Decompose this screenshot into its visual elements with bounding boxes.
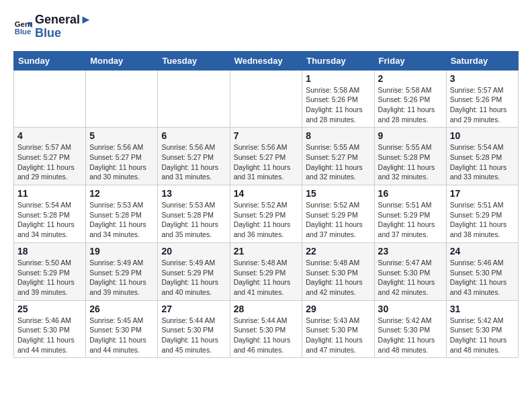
calendar-cell: 18Sunrise: 5:50 AM Sunset: 5:29 PM Dayli… [14, 242, 86, 300]
day-number: 4 [17, 130, 82, 141]
weekday-thursday: Thursday [302, 51, 374, 70]
day-info: Sunrise: 5:53 AM Sunset: 5:28 PM Dayligh… [161, 200, 226, 240]
day-info: Sunrise: 5:47 AM Sunset: 5:30 PM Dayligh… [378, 258, 443, 298]
calendar-cell: 1Sunrise: 5:58 AM Sunset: 5:26 PM Daylig… [302, 70, 374, 128]
calendar-cell: 15Sunrise: 5:52 AM Sunset: 5:29 PM Dayli… [302, 185, 374, 243]
day-info: Sunrise: 5:49 AM Sunset: 5:29 PM Dayligh… [161, 258, 226, 298]
calendar-cell: 31Sunrise: 5:42 AM Sunset: 5:30 PM Dayli… [446, 300, 518, 358]
calendar-cell: 11Sunrise: 5:54 AM Sunset: 5:28 PM Dayli… [14, 185, 86, 243]
calendar-cell: 24Sunrise: 5:46 AM Sunset: 5:30 PM Dayli… [446, 242, 518, 300]
day-number: 14 [234, 188, 299, 199]
calendar-cell: 10Sunrise: 5:54 AM Sunset: 5:28 PM Dayli… [446, 128, 518, 185]
day-number: 22 [306, 246, 370, 257]
calendar-week-4: 18Sunrise: 5:50 AM Sunset: 5:29 PM Dayli… [14, 242, 519, 300]
day-info: Sunrise: 5:57 AM Sunset: 5:27 PM Dayligh… [17, 142, 82, 182]
day-number: 9 [378, 130, 443, 141]
calendar-cell: 26Sunrise: 5:45 AM Sunset: 5:30 PM Dayli… [86, 300, 158, 358]
day-info: Sunrise: 5:46 AM Sunset: 5:30 PM Dayligh… [17, 316, 82, 355]
day-info: Sunrise: 5:52 AM Sunset: 5:29 PM Dayligh… [306, 200, 370, 240]
calendar-cell: 3Sunrise: 5:57 AM Sunset: 5:26 PM Daylig… [446, 70, 518, 128]
calendar-cell: 4Sunrise: 5:57 AM Sunset: 5:27 PM Daylig… [14, 128, 86, 185]
day-info: Sunrise: 5:56 AM Sunset: 5:27 PM Dayligh… [234, 142, 299, 182]
calendar-cell: 30Sunrise: 5:42 AM Sunset: 5:30 PM Dayli… [374, 300, 446, 358]
calendar-cell: 8Sunrise: 5:55 AM Sunset: 5:27 PM Daylig… [302, 128, 374, 185]
day-number: 29 [306, 304, 370, 314]
calendar-cell [230, 70, 302, 128]
weekday-tuesday: Tuesday [158, 51, 230, 70]
logo-line1: General► [35, 13, 92, 27]
day-number: 28 [234, 304, 299, 314]
calendar-cell: 25Sunrise: 5:46 AM Sunset: 5:30 PM Dayli… [14, 300, 86, 358]
day-number: 2 [378, 73, 443, 84]
day-info: Sunrise: 5:51 AM Sunset: 5:29 PM Dayligh… [450, 200, 515, 240]
day-number: 25 [17, 304, 82, 314]
calendar-cell: 12Sunrise: 5:53 AM Sunset: 5:28 PM Dayli… [86, 185, 158, 243]
day-number: 31 [450, 304, 515, 314]
svg-text:Blue: Blue [15, 27, 32, 35]
day-info: Sunrise: 5:54 AM Sunset: 5:28 PM Dayligh… [17, 200, 82, 240]
day-number: 5 [89, 130, 154, 141]
day-number: 21 [234, 246, 299, 257]
day-number: 8 [306, 130, 370, 141]
calendar-cell: 29Sunrise: 5:43 AM Sunset: 5:30 PM Dayli… [302, 300, 374, 358]
day-info: Sunrise: 5:45 AM Sunset: 5:30 PM Dayligh… [89, 316, 154, 355]
calendar-cell: 5Sunrise: 5:56 AM Sunset: 5:27 PM Daylig… [86, 128, 158, 185]
weekday-header-row: SundayMondayTuesdayWednesdayThursdayFrid… [14, 51, 519, 70]
day-number: 27 [161, 304, 226, 314]
day-number: 20 [161, 246, 226, 257]
day-info: Sunrise: 5:58 AM Sunset: 5:26 PM Dayligh… [306, 85, 370, 125]
day-info: Sunrise: 5:44 AM Sunset: 5:30 PM Dayligh… [161, 316, 226, 355]
day-info: Sunrise: 5:54 AM Sunset: 5:28 PM Dayligh… [450, 142, 515, 182]
logo: General Blue General► Blue [13, 13, 92, 40]
calendar-cell: 17Sunrise: 5:51 AM Sunset: 5:29 PM Dayli… [446, 185, 518, 243]
day-number: 10 [450, 130, 515, 141]
day-number: 30 [378, 304, 443, 314]
day-number: 24 [450, 246, 515, 257]
calendar-cell: 7Sunrise: 5:56 AM Sunset: 5:27 PM Daylig… [230, 128, 302, 185]
day-number: 19 [89, 246, 154, 257]
calendar-cell [14, 70, 86, 128]
calendar-cell: 27Sunrise: 5:44 AM Sunset: 5:30 PM Dayli… [158, 300, 230, 358]
day-number: 11 [17, 188, 82, 199]
calendar-week-3: 11Sunrise: 5:54 AM Sunset: 5:28 PM Dayli… [14, 185, 519, 243]
day-info: Sunrise: 5:50 AM Sunset: 5:29 PM Dayligh… [17, 258, 82, 298]
weekday-monday: Monday [86, 51, 158, 70]
logo-icon: General Blue [13, 17, 32, 36]
logo-line2: Blue [35, 27, 92, 40]
weekday-saturday: Saturday [446, 51, 518, 70]
calendar-cell [158, 70, 230, 128]
calendar-week-1: 1Sunrise: 5:58 AM Sunset: 5:26 PM Daylig… [14, 70, 519, 128]
calendar-cell: 16Sunrise: 5:51 AM Sunset: 5:29 PM Dayli… [374, 185, 446, 243]
calendar-cell: 22Sunrise: 5:48 AM Sunset: 5:30 PM Dayli… [302, 242, 374, 300]
day-info: Sunrise: 5:57 AM Sunset: 5:26 PM Dayligh… [450, 85, 515, 125]
calendar-cell: 28Sunrise: 5:44 AM Sunset: 5:30 PM Dayli… [230, 300, 302, 358]
calendar-cell [86, 70, 158, 128]
day-number: 3 [450, 73, 515, 84]
day-info: Sunrise: 5:51 AM Sunset: 5:29 PM Dayligh… [378, 200, 443, 240]
day-info: Sunrise: 5:52 AM Sunset: 5:29 PM Dayligh… [234, 200, 299, 240]
weekday-wednesday: Wednesday [230, 51, 302, 70]
day-number: 15 [306, 188, 370, 199]
day-number: 1 [306, 73, 370, 84]
day-info: Sunrise: 5:46 AM Sunset: 5:30 PM Dayligh… [450, 258, 515, 298]
day-info: Sunrise: 5:55 AM Sunset: 5:28 PM Dayligh… [378, 142, 443, 182]
day-info: Sunrise: 5:42 AM Sunset: 5:30 PM Dayligh… [450, 316, 515, 355]
calendar-cell: 19Sunrise: 5:49 AM Sunset: 5:29 PM Dayli… [86, 242, 158, 300]
page-header: General Blue General► Blue [13, 13, 519, 40]
day-info: Sunrise: 5:49 AM Sunset: 5:29 PM Dayligh… [89, 258, 154, 298]
calendar-cell: 6Sunrise: 5:56 AM Sunset: 5:27 PM Daylig… [158, 128, 230, 185]
day-number: 18 [17, 246, 82, 257]
day-info: Sunrise: 5:53 AM Sunset: 5:28 PM Dayligh… [89, 200, 154, 240]
day-info: Sunrise: 5:56 AM Sunset: 5:27 PM Dayligh… [89, 142, 154, 182]
day-info: Sunrise: 5:55 AM Sunset: 5:27 PM Dayligh… [306, 142, 370, 182]
day-number: 17 [450, 188, 515, 199]
day-number: 12 [89, 188, 154, 199]
weekday-friday: Friday [374, 51, 446, 70]
day-info: Sunrise: 5:43 AM Sunset: 5:30 PM Dayligh… [306, 316, 370, 355]
calendar-cell: 14Sunrise: 5:52 AM Sunset: 5:29 PM Dayli… [230, 185, 302, 243]
day-info: Sunrise: 5:48 AM Sunset: 5:29 PM Dayligh… [234, 258, 299, 298]
day-info: Sunrise: 5:58 AM Sunset: 5:26 PM Dayligh… [378, 85, 443, 125]
weekday-sunday: Sunday [14, 51, 86, 70]
day-info: Sunrise: 5:42 AM Sunset: 5:30 PM Dayligh… [378, 316, 443, 355]
day-number: 7 [234, 130, 299, 141]
